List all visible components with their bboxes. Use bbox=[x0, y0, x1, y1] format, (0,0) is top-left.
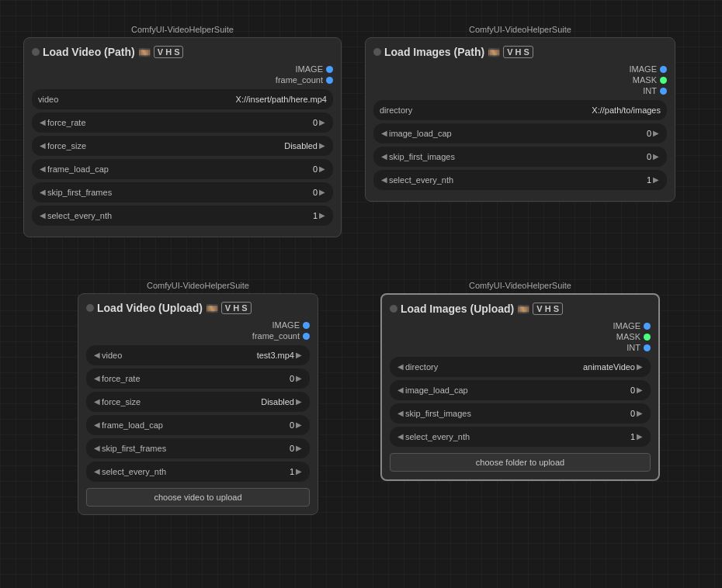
upload-video-button[interactable]: choose video to upload bbox=[86, 488, 310, 507]
skip-first-frames-field: ◀ skip_first_frames 0 ▶ bbox=[86, 438, 310, 458]
node-suite-label: ComfyUI-VideoHelperSuite bbox=[23, 23, 342, 36]
int-connector bbox=[660, 88, 667, 95]
frame-load-cap-dec[interactable]: ◀ bbox=[38, 165, 47, 173]
skip-first-frames-field: ◀ skip_first_frames 0 ▶ bbox=[32, 182, 333, 202]
outputs-section: IMAGE frame_count bbox=[86, 320, 310, 341]
node-suite-label: ComfyUI-VideoHelperSuite bbox=[380, 279, 660, 292]
skip-first-frames-inc[interactable]: ▶ bbox=[318, 189, 327, 196]
image-load-cap-inc[interactable]: ▶ bbox=[651, 130, 661, 137]
emoji-icons: 🎞️ bbox=[488, 47, 500, 58]
frame-load-cap-inc[interactable]: ▶ bbox=[318, 165, 327, 173]
force-rate-inc[interactable]: ▶ bbox=[318, 119, 327, 126]
select-every-nth-inc[interactable]: ▶ bbox=[651, 176, 661, 184]
force-rate-inc[interactable]: ▶ bbox=[294, 375, 304, 382]
video-field: ◀ video test3.mp4 ▶ bbox=[86, 345, 310, 365]
emoji-icons: 🎞️ bbox=[206, 303, 218, 314]
select-every-nth-dec[interactable]: ◀ bbox=[92, 468, 102, 476]
outputs-section: IMAGE MASK INT bbox=[390, 321, 651, 352]
force-rate-field: ◀ force_rate 0 ▶ bbox=[32, 112, 333, 133]
emoji-icons: 🎞️ bbox=[517, 303, 529, 315]
node-suite-label: ComfyUI-VideoHelperSuite bbox=[78, 279, 318, 292]
select-every-nth-field: ◀ select_every_nth 1 ▶ bbox=[390, 427, 651, 447]
force-rate-dec[interactable]: ◀ bbox=[38, 119, 47, 126]
image-connector bbox=[326, 66, 333, 73]
select-every-nth-dec[interactable]: ◀ bbox=[396, 433, 405, 441]
force-size-dec[interactable]: ◀ bbox=[38, 142, 47, 150]
node-title-row: Load Images (Upload) 🎞️ V H S bbox=[390, 303, 651, 315]
output-mask: MASK bbox=[633, 75, 667, 85]
select-every-nth-field: ◀ select_every_nth 1 ▶ bbox=[32, 206, 333, 226]
skip-first-frames-inc[interactable]: ▶ bbox=[294, 444, 304, 452]
status-dot bbox=[86, 304, 94, 312]
video-inc[interactable]: ▶ bbox=[294, 351, 304, 359]
load-images-path-node: ComfyUI-VideoHelperSuite Load Images (Pa… bbox=[365, 23, 675, 202]
mask-connector bbox=[660, 77, 667, 84]
skip-first-images-field: ◀ skip_first_images 0 ▶ bbox=[373, 147, 667, 167]
force-size-inc[interactable]: ▶ bbox=[294, 398, 304, 406]
mask-connector bbox=[644, 334, 651, 341]
upload-folder-button[interactable]: choose folder to upload bbox=[390, 453, 651, 472]
node-suite-label: ComfyUI-VideoHelperSuite bbox=[365, 23, 675, 36]
skip-first-images-dec[interactable]: ◀ bbox=[380, 153, 389, 161]
image-connector bbox=[644, 323, 651, 330]
image-load-cap-dec[interactable]: ◀ bbox=[380, 130, 389, 137]
skip-first-images-inc[interactable]: ▶ bbox=[651, 153, 661, 161]
frame-load-cap-inc[interactable]: ▶ bbox=[294, 421, 304, 429]
vhs-badge: V H S bbox=[221, 302, 252, 314]
skip-first-frames-dec[interactable]: ◀ bbox=[38, 189, 47, 196]
video-field: video X://insert/path/here.mp4 bbox=[32, 89, 333, 109]
skip-first-frames-dec[interactable]: ◀ bbox=[92, 444, 102, 452]
node-title-row: Load Images (Path) 🎞️ V H S bbox=[373, 46, 667, 58]
output-image: IMAGE bbox=[296, 64, 333, 74]
force-rate-dec[interactable]: ◀ bbox=[92, 375, 102, 382]
directory-inc[interactable]: ▶ bbox=[635, 363, 644, 371]
framecount-connector bbox=[326, 77, 333, 84]
force-size-field: ◀ force_size Disabled ▶ bbox=[86, 392, 310, 412]
force-size-inc[interactable]: ▶ bbox=[318, 142, 327, 150]
select-every-nth-inc[interactable]: ▶ bbox=[294, 468, 304, 476]
select-every-nth-field: ◀ select_every_nth 1 ▶ bbox=[86, 462, 310, 482]
framecount-connector bbox=[303, 333, 310, 340]
image-load-cap-inc[interactable]: ▶ bbox=[635, 386, 644, 394]
directory-dec[interactable]: ◀ bbox=[396, 363, 405, 371]
status-dot bbox=[32, 48, 40, 56]
force-size-field: ◀ force_size Disabled ▶ bbox=[32, 136, 333, 156]
frame-load-cap-field: ◀ frame_load_cap 0 ▶ bbox=[86, 415, 310, 435]
select-every-nth-field: ◀ select_every_nth 1 ▶ bbox=[373, 170, 667, 190]
select-every-nth-dec[interactable]: ◀ bbox=[38, 212, 47, 220]
output-framecount: frame_count bbox=[252, 331, 310, 341]
node-title-row: Load Video (Upload) 🎞️ V H S bbox=[86, 302, 310, 314]
outputs-section: IMAGE MASK INT bbox=[373, 64, 667, 95]
skip-first-images-field: ◀ skip_first_images 0 ▶ bbox=[390, 403, 651, 424]
vhs-badge: V H S bbox=[154, 46, 184, 58]
force-size-dec[interactable]: ◀ bbox=[92, 398, 102, 406]
outputs-section: IMAGE frame_count bbox=[32, 64, 333, 85]
frame-load-cap-field: ◀ frame_load_cap 0 ▶ bbox=[32, 159, 333, 179]
skip-first-images-dec[interactable]: ◀ bbox=[396, 410, 405, 417]
output-image: IMAGE bbox=[630, 64, 667, 74]
load-video-path-node: ComfyUI-VideoHelperSuite Load Video (Pat… bbox=[23, 23, 342, 237]
directory-field: directory X://path/to/images bbox=[373, 100, 667, 120]
node-title: Load Video (Path) bbox=[43, 46, 135, 58]
load-video-upload-node: ComfyUI-VideoHelperSuite Load Video (Upl… bbox=[78, 279, 318, 515]
node-title: Load Images (Path) bbox=[384, 46, 484, 58]
video-dec[interactable]: ◀ bbox=[92, 351, 102, 359]
skip-first-images-inc[interactable]: ▶ bbox=[635, 410, 644, 417]
output-framecount: frame_count bbox=[276, 75, 333, 85]
status-dot bbox=[390, 305, 397, 313]
directory-field: ◀ directory animateVideo ▶ bbox=[390, 357, 651, 377]
select-every-nth-inc[interactable]: ▶ bbox=[318, 212, 327, 220]
select-every-nth-dec[interactable]: ◀ bbox=[380, 176, 389, 184]
node-title: Load Video (Upload) bbox=[97, 302, 203, 314]
output-int: INT bbox=[627, 343, 651, 352]
frame-load-cap-dec[interactable]: ◀ bbox=[92, 421, 102, 429]
output-image: IMAGE bbox=[613, 321, 651, 330]
select-every-nth-inc[interactable]: ▶ bbox=[635, 433, 644, 441]
vhs-badge: V H S bbox=[503, 46, 533, 58]
node-title-row: Load Video (Path) 🎞️ V H S bbox=[32, 46, 333, 58]
output-image: IMAGE bbox=[272, 320, 310, 330]
output-mask: MASK bbox=[616, 332, 651, 341]
output-int: INT bbox=[643, 86, 667, 95]
image-load-cap-field: ◀ image_load_cap 0 ▶ bbox=[373, 123, 667, 144]
image-load-cap-dec[interactable]: ◀ bbox=[396, 386, 405, 394]
